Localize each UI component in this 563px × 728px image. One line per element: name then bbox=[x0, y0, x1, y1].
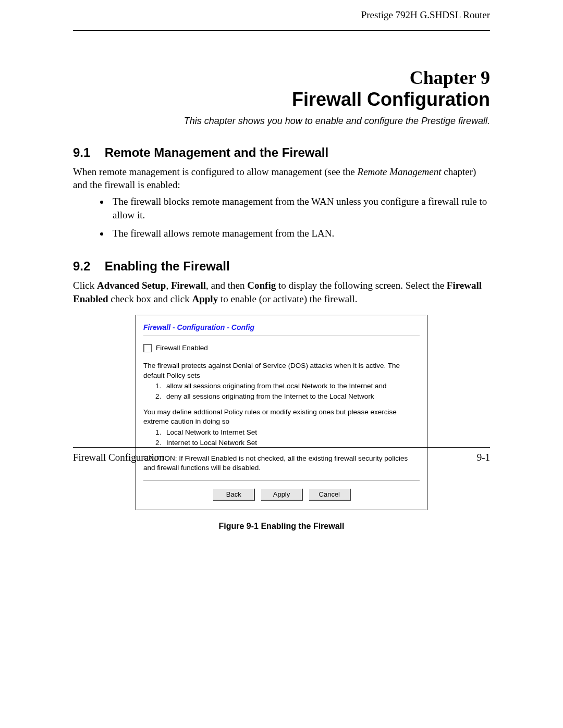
chapter-title: Firewall Configuration bbox=[73, 89, 490, 110]
section-9-1-title: Remote Management and the Firewall bbox=[105, 145, 328, 159]
chapter-number: Chapter 9 bbox=[73, 67, 490, 89]
section-9-1-number: 9.1 bbox=[73, 145, 101, 160]
panel-divider-top bbox=[143, 336, 420, 336]
firewall-enabled-label: Firewall Enabled bbox=[156, 343, 208, 353]
panel-paragraph-1: The firewall protects against Denial of … bbox=[143, 361, 420, 380]
firewall-config-panel: Firewall - Configuration - Config Firewa… bbox=[136, 315, 427, 510]
panel-divider-bottom bbox=[143, 480, 420, 481]
cancel-button[interactable]: Cancel bbox=[309, 488, 350, 501]
section-9-1-paragraph: When remote management is configured to … bbox=[73, 165, 490, 192]
apply-button[interactable]: Apply bbox=[261, 488, 302, 501]
panel-paragraph-2: You may define addtional Policy rules or… bbox=[143, 408, 420, 426]
panel-policy-item-2: deny all sessions originating from the I… bbox=[163, 392, 420, 401]
figure-caption: Figure 9-1 Enabling the Firewall bbox=[73, 522, 490, 531]
section-9-2-heading: 9.2 Enabling the Firewall bbox=[73, 259, 490, 274]
footer-section-name: Firewall Configuration bbox=[73, 452, 164, 463]
back-button[interactable]: Back bbox=[213, 488, 254, 501]
panel-policy-item-1: allow all sessions originating from theL… bbox=[163, 381, 420, 391]
header-rule bbox=[73, 30, 490, 31]
footer-page-number: 9-1 bbox=[477, 452, 490, 463]
panel-ruleset-item-2: Internet to Local Network Set bbox=[163, 438, 420, 448]
panel-ruleset-item-1: Local Network to Internet Set bbox=[163, 428, 420, 437]
panel-title: Firewall - Configuration - Config bbox=[143, 323, 420, 332]
firewall-enabled-checkbox[interactable] bbox=[143, 344, 152, 352]
chapter-subtitle: This chapter shows you how to enable and… bbox=[73, 116, 490, 127]
section-9-1-bullet-2: The firewall allows remote management fr… bbox=[109, 227, 490, 240]
section-9-1-bullet-1: The firewall blocks remote management fr… bbox=[109, 195, 490, 221]
section-9-2-number: 9.2 bbox=[73, 259, 101, 274]
section-9-2-title: Enabling the Firewall bbox=[105, 259, 230, 273]
section-9-2-paragraph: Click Advanced Setup, Firewall, and then… bbox=[73, 279, 490, 305]
section-9-1-heading: 9.1 Remote Management and the Firewall bbox=[73, 145, 490, 160]
header-product: Prestige 792H G.SHDSL Router bbox=[73, 9, 490, 21]
